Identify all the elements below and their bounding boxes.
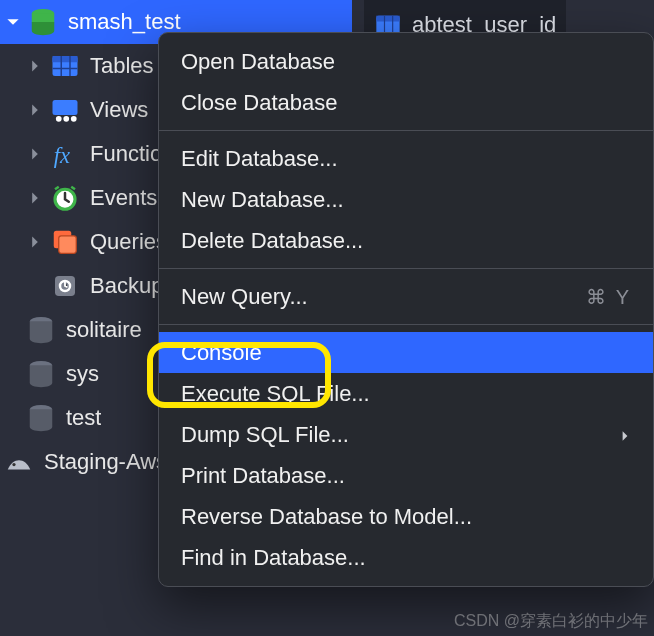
chevron-spacer [26,277,44,295]
menu-delete-database[interactable]: Delete Database... [159,220,653,261]
menu-item-label: Reverse Database to Model... [181,504,472,530]
svg-point-8 [63,116,69,122]
menu-new-database[interactable]: New Database... [159,179,653,220]
tree-item-label: Queries [90,229,167,255]
chevron-right-icon [26,233,44,251]
svg-point-7 [56,116,62,122]
menu-new-query[interactable]: New Query... ⌘ Y [159,276,653,317]
menu-item-label: Console [181,340,262,366]
tree-item-label: sys [66,361,99,387]
menu-open-database[interactable]: Open Database [159,41,653,82]
database-icon [26,359,56,389]
chevron-down-icon [4,13,22,31]
menu-separator [159,130,653,131]
table-icon [50,51,80,81]
tree-item-label: Tables [90,53,154,79]
chevron-right-icon [26,145,44,163]
menu-item-label: Edit Database... [181,146,338,172]
svg-point-19 [12,463,15,466]
database-icon [28,7,58,37]
svg-point-9 [71,116,77,122]
tree-item-label: smash_test [68,9,181,35]
menu-item-label: Close Database [181,90,338,116]
tree-item-label: solitaire [66,317,142,343]
menu-item-label: New Query... [181,284,308,310]
chevron-right-icon [26,57,44,75]
menu-item-label: New Database... [181,187,344,213]
svg-rect-2 [53,56,78,62]
backup-icon [50,271,80,301]
tree-item-label: Staging-Aws [44,449,167,475]
menu-print-database[interactable]: Print Database... [159,455,653,496]
function-icon: fx [50,139,80,169]
menu-item-label: Open Database [181,49,335,75]
menu-close-database[interactable]: Close Database [159,82,653,123]
svg-text:fx: fx [54,143,70,168]
menu-edit-database[interactable]: Edit Database... [159,138,653,179]
tree-item-label: Views [90,97,148,123]
tree-item-label: Events [90,185,157,211]
menu-execute-sql-file[interactable]: Execute SQL File... [159,373,653,414]
menu-item-label: Print Database... [181,463,345,489]
chevron-right-icon [26,189,44,207]
menu-shortcut: ⌘ Y [586,285,631,309]
menu-item-label: Delete Database... [181,228,363,254]
tree-item-label: test [66,405,101,431]
watermark: CSDN @穿素白衫的中少年 [454,611,648,632]
queries-icon [50,227,80,257]
connection-icon [4,447,34,477]
menu-item-label: Execute SQL File... [181,381,370,407]
svg-rect-13 [59,236,77,254]
menu-item-label: Find in Database... [181,545,366,571]
menu-dump-sql-file[interactable]: Dump SQL File... [159,414,653,455]
menu-find-in-database[interactable]: Find in Database... [159,537,653,578]
clock-icon [50,183,80,213]
menu-reverse-database-to-model[interactable]: Reverse Database to Model... [159,496,653,537]
menu-console[interactable]: Console [159,332,653,373]
views-icon [50,95,80,125]
database-icon [26,315,56,345]
svg-rect-6 [53,100,78,115]
menu-separator [159,324,653,325]
menu-separator [159,268,653,269]
chevron-right-icon [26,101,44,119]
context-menu: Open Database Close Database Edit Databa… [158,32,654,587]
menu-item-label: Dump SQL File... [181,422,349,448]
svg-rect-21 [376,16,399,22]
chevron-right-icon [619,422,631,448]
database-icon [26,403,56,433]
